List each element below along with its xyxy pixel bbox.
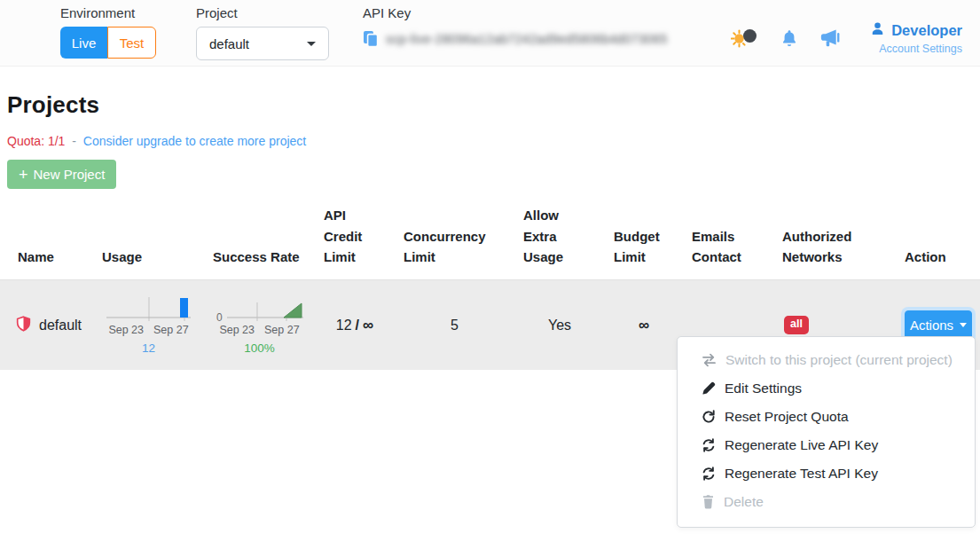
allow-extra-usage-cell: Yes [514,318,605,333]
column-header-concurrency-limit: Concurrency Limit [395,201,514,279]
api-key-group: API Key scp-live-28096a12ab7242ad9ed5806… [363,5,668,48]
project-label: Project [196,5,329,20]
success-date-start: Sep 23 [219,324,255,336]
success-rate-value: 100% [244,341,275,355]
top-header: Environment Live Test Project default AP… [0,0,980,67]
column-header-budget-limit: Budget Limit [605,201,683,279]
api-key-value: scp-live-28096a12ab7242ad9ed5806b4d07306… [386,32,668,46]
app-screen: Environment Live Test Project default AP… [0,0,980,557]
page-title: Projects [7,91,980,119]
user-name: Developer [891,22,962,39]
quota-value: Quota: 1/1 [7,134,65,148]
svg-text:0: 0 [216,311,223,323]
caret-down-icon [960,323,967,327]
budget-limit-cell: ∞ [605,317,683,334]
column-header-usage: Usage [93,201,204,279]
project-name-cell: default [0,316,93,335]
shield-icon [16,316,31,335]
upgrade-link[interactable]: Consider upgrade to create more project [83,134,306,148]
menu-item-reset-quota[interactable]: Reset Project Quota [678,403,975,431]
api-credit-limit: ∞ [363,317,373,334]
copy-icon[interactable] [363,30,379,48]
usage-date-start: Sep 23 [108,324,144,336]
column-header-emails-contact: Emails Contact [683,201,773,279]
actions-button-label: Actions [910,318,953,333]
success-rate-sparkline-chart: 0 [216,295,303,322]
column-header-action: Action [896,201,980,279]
menu-item-regenerate-test-key[interactable]: Regenerate Test API Key [678,459,975,488]
concurrency-limit-cell: 5 [395,318,514,333]
menu-item-edit-settings[interactable]: Edit Settings [678,374,975,403]
usage-sparkline-chart [106,295,191,322]
environment-test-button[interactable]: Test [107,27,156,59]
environment-toggle: Live Test [60,27,156,59]
project-select[interactable]: default [196,27,329,60]
redo-icon [702,410,716,424]
notifications-bell-icon[interactable] [780,28,799,49]
exchange-icon [702,353,717,367]
theme-toggle-icon[interactable] [731,27,758,51]
sync-icon [702,467,716,481]
project-select-value: default [209,36,249,51]
column-header-name: Name [0,201,93,279]
table-header-row: Name Usage Success Rate API Credit Limit… [0,201,980,279]
usage-cell: Sep 23 Sep 27 12 [93,295,204,355]
success-date-end: Sep 27 [264,324,300,336]
api-credit-separator: / [356,318,359,333]
quota-separator: - [72,134,76,148]
pencil-icon [702,381,716,396]
trash-icon [702,495,715,509]
project-group: Project default [196,5,329,60]
environment-group: Environment Live Test [60,5,156,59]
user-icon [870,21,885,40]
environment-live-button[interactable]: Live [60,27,107,59]
api-key-label: API Key [363,5,668,20]
column-header-allow-extra-usage: Allow Extra Usage [514,201,605,279]
account-settings-link[interactable]: Account Settings [879,43,962,55]
api-credit-limit-cell: 12 / ∞ [315,317,395,334]
environment-label: Environment [60,5,156,20]
new-project-button[interactable]: + New Project [7,160,116,189]
column-header-authorized-networks: Authorized Networks [773,201,896,279]
sync-icon [702,438,716,452]
authorized-networks-cell: all [773,316,896,334]
new-project-label: New Project [34,167,106,182]
project-name: default [39,318,82,333]
plus-icon: + [19,167,28,183]
main-content: Projects Quota: 1/1 - Consider upgrade t… [0,67,980,370]
usage-value: 12 [142,341,155,355]
menu-item-switch-project: Switch to this project (current project) [678,346,975,374]
usage-date-end: Sep 27 [153,324,189,336]
quota-line: Quota: 1/1 - Consider upgrade to create … [7,134,980,148]
column-header-success-rate: Success Rate [204,201,315,279]
user-block: Developer Account Settings [870,21,962,55]
networks-all-badge: all [784,316,809,334]
menu-item-regenerate-live-key[interactable]: Regenerate Live API Key [678,431,975,459]
header-right: Developer Account Settings [731,21,962,55]
user-menu[interactable]: Developer [870,21,962,40]
api-credit-used: 12 [336,318,352,333]
announcements-megaphone-icon[interactable] [820,29,843,48]
menu-item-delete: Delete [678,488,975,516]
column-header-api-credit-limit: API Credit Limit [315,201,395,279]
success-rate-cell: 0 Sep 23 Sep 27 100% [204,295,315,355]
actions-menu: Switch to this project (current project)… [677,336,976,528]
chevron-down-icon [307,42,316,46]
